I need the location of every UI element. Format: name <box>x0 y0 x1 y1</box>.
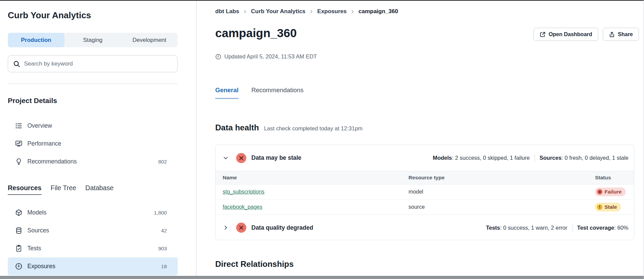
item-count: 1,800 <box>154 210 167 216</box>
env-tab-development[interactable]: Development <box>121 33 178 47</box>
open-dashboard-button[interactable]: Open Dashboard <box>534 28 598 41</box>
quality-panel-summary: Tests: 0 success, 1 warn, 2 error Test c… <box>486 224 628 231</box>
environment-switcher: Production Staging Development <box>8 33 178 47</box>
performance-chart-icon <box>15 140 22 147</box>
stale-dot-icon <box>597 204 602 210</box>
stale-panel-title: Data may be stale <box>251 154 301 161</box>
error-circle-icon <box>236 223 246 233</box>
sidebar-item-label: Recommendations <box>27 158 77 165</box>
env-tab-staging[interactable]: Staging <box>65 33 121 47</box>
sidebar-item-label: Exposures <box>27 263 55 270</box>
resource-type: source <box>408 204 595 210</box>
breadcrumb-item[interactable]: Exposures <box>317 8 347 15</box>
resource-view-tabs: Resources File Tree Database <box>8 184 114 195</box>
sidebar-item-models[interactable]: Models 1,800 <box>8 204 178 222</box>
lightbulb-icon <box>15 158 22 165</box>
error-circle-icon <box>236 153 246 163</box>
page-title: campaign_360 <box>215 26 297 40</box>
status-label: Failure <box>604 189 622 195</box>
chevron-right-icon <box>243 9 247 14</box>
database-icon <box>15 227 22 234</box>
search-box[interactable] <box>8 55 178 72</box>
table-header: Name Resource type Status <box>216 171 634 184</box>
sidebar-item-recommendations[interactable]: Recommendations 802 <box>8 153 178 171</box>
env-tab-production[interactable]: Production <box>8 33 65 47</box>
tab-general[interactable]: General <box>215 86 239 99</box>
stale-panel-header[interactable]: Data may be stale Models: 2 success, 0 s… <box>216 145 634 171</box>
chevron-right-icon[interactable] <box>223 225 229 231</box>
tab-file-tree[interactable]: File Tree <box>51 184 76 195</box>
status-badge: Failure <box>595 187 626 196</box>
data-health-heading: Data health <box>215 123 259 132</box>
item-count: 802 <box>158 159 167 165</box>
sidebar-item-label: Tests <box>27 245 41 252</box>
open-dashboard-label: Open Dashboard <box>549 31 592 37</box>
breadcrumb-current: campaign_360 <box>358 8 398 15</box>
data-health-header: Data health Last check completed today a… <box>215 123 363 132</box>
project-name-title: Curb Your Analytics <box>8 10 91 21</box>
app-window: Curb Your Analytics Production Staging D… <box>0 0 644 279</box>
window-bottom-edge <box>0 276 644 279</box>
failure-dot-icon <box>597 189 602 195</box>
sidebar-item-performance[interactable]: Performance <box>8 135 178 153</box>
last-check-text: Last check completed today at 12:31pm <box>264 125 363 132</box>
chevron-right-icon <box>350 9 355 14</box>
gauge-icon <box>15 263 22 270</box>
breadcrumb-item[interactable]: dbt Labs <box>215 8 239 15</box>
quality-panel-header[interactable]: Data quality degraded Tests: 0 success, … <box>216 215 634 240</box>
col-status: Status <box>595 175 628 181</box>
share-label: Share <box>618 31 633 37</box>
detail-tabs: General Recommendations <box>215 86 303 99</box>
item-count: 903 <box>158 246 167 252</box>
resource-link[interactable]: stg_subscriptions <box>223 189 265 195</box>
window-top-edge <box>0 0 644 1</box>
item-count: 42 <box>161 228 167 234</box>
search-icon <box>13 60 20 68</box>
col-resource-type: Resource type <box>408 175 595 181</box>
breadcrumb: dbt Labs Curb Your Analytics Exposures c… <box>215 8 398 15</box>
list-icon <box>15 122 22 129</box>
summary-divider <box>535 154 535 162</box>
direct-relationships-heading: Direct Relationships <box>215 259 294 269</box>
col-name: Name <box>223 175 408 181</box>
tab-recommendations[interactable]: Recommendations <box>251 86 303 99</box>
sidebar: Curb Your Analytics Production Staging D… <box>0 1 196 276</box>
sidebar-item-overview[interactable]: Overview <box>8 117 178 135</box>
main-content: dbt Labs Curb Your Analytics Exposures c… <box>197 1 644 276</box>
quality-panel-title: Data quality degraded <box>251 224 313 231</box>
sidebar-item-exposures[interactable]: Exposures 18 <box>8 257 178 275</box>
resource-type: model <box>408 189 595 195</box>
summary-divider <box>572 224 572 231</box>
stale-panel-summary: Models: 2 success, 0 skipped, 1 failure … <box>433 154 628 162</box>
sidebar-item-label: Overview <box>27 122 52 129</box>
sidebar-item-label: Models <box>27 209 46 216</box>
search-input[interactable] <box>24 60 177 67</box>
resource-link[interactable]: facebook_pages <box>223 204 262 210</box>
table-row: stg_subscriptions model Failure <box>216 184 634 200</box>
sidebar-item-label: Sources <box>27 227 49 234</box>
status-label: Stale <box>604 204 617 210</box>
chevron-down-icon[interactable] <box>223 155 229 161</box>
sidebar-item-label: Performance <box>27 140 61 147</box>
status-badge: Stale <box>595 203 621 211</box>
chevron-right-icon <box>309 9 314 14</box>
item-count: 18 <box>161 263 167 270</box>
clipboard-check-icon <box>15 245 22 252</box>
page-actions: Open Dashboard Share <box>534 28 639 41</box>
share-icon <box>609 31 615 37</box>
sidebar-item-sources[interactable]: Sources 42 <box>8 222 178 239</box>
breadcrumb-item[interactable]: Curb Your Analytics <box>251 8 305 15</box>
sidebar-divider <box>8 83 178 84</box>
updated-timestamp: Updated April 5, 2024, 11:53 AM EDT <box>215 53 317 60</box>
table-row: facebook_pages source Stale <box>216 200 634 215</box>
tab-database[interactable]: Database <box>85 184 114 195</box>
share-button[interactable]: Share <box>603 28 639 41</box>
cube-icon <box>15 209 22 216</box>
project-details-heading: Project Details <box>8 97 57 105</box>
external-link-icon <box>540 31 546 37</box>
tab-resources[interactable]: Resources <box>8 184 42 195</box>
data-health-card: Data may be stale Models: 2 success, 0 s… <box>215 145 634 240</box>
clock-icon <box>215 54 221 60</box>
sidebar-item-tests[interactable]: Tests 903 <box>8 239 178 257</box>
